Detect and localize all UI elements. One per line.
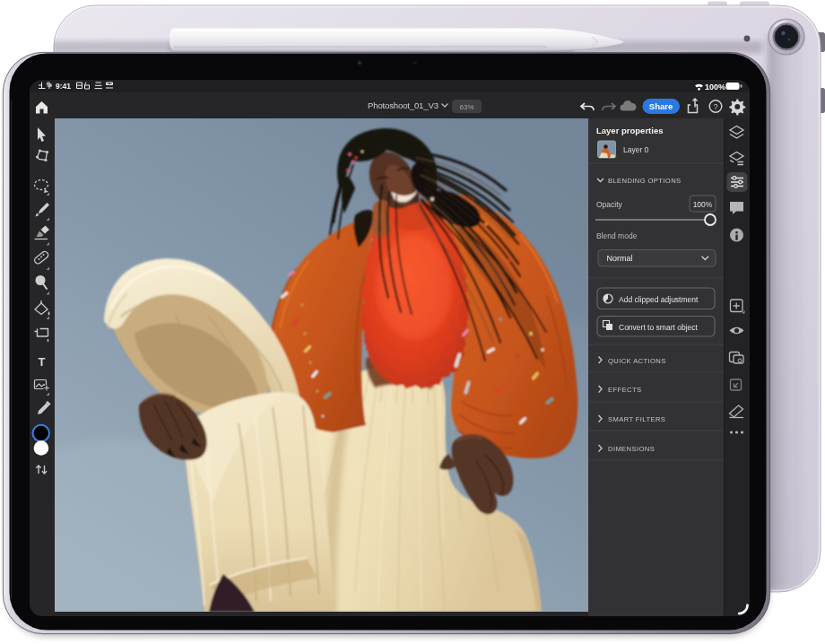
svg-text:63%: 63% <box>459 103 473 111</box>
svg-text:Share: Share <box>649 101 673 111</box>
svg-text:T: T <box>39 355 46 369</box>
svg-text:Layer properties: Layer properties <box>596 126 663 135</box>
svg-text:QUICK ACTIONS: QUICK ACTIONS <box>608 357 666 365</box>
svg-text:SMART FILTERS: SMART FILTERS <box>608 415 665 423</box>
svg-text:EFFECTS: EFFECTS <box>608 386 641 394</box>
svg-text:Normal: Normal <box>607 254 633 263</box>
svg-text:Photoshoot_01_V3: Photoshoot_01_V3 <box>368 100 439 110</box>
svg-text:100%: 100% <box>705 83 725 91</box>
svg-text:Blend mode: Blend mode <box>596 231 638 240</box>
svg-text:9:41: 9:41 <box>56 82 71 91</box>
svg-text:BLENDING OPTIONS: BLENDING OPTIONS <box>608 177 682 185</box>
svg-text:DIMENSIONS: DIMENSIONS <box>608 445 655 453</box>
svg-text:Convert to smart object: Convert to smart object <box>619 323 699 332</box>
svg-text:Opacity: Opacity <box>596 200 623 209</box>
svg-text:100%: 100% <box>693 200 713 209</box>
svg-text:Layer 0: Layer 0 <box>623 145 649 154</box>
svg-text:?: ? <box>714 102 718 111</box>
svg-text:Add clipped adjustment: Add clipped adjustment <box>619 295 699 304</box>
